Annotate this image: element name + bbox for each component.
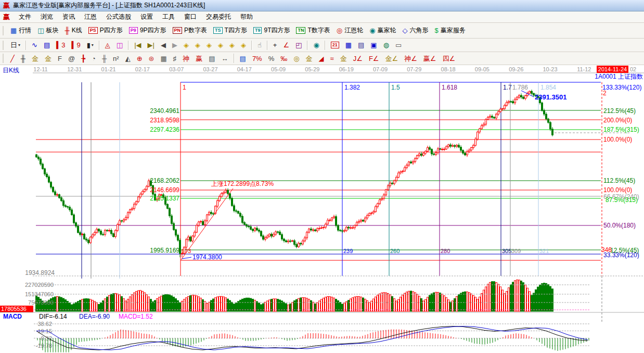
menu-gann[interactable]: 江恩 xyxy=(80,11,101,22)
f-angle-tool-icon: F∠ xyxy=(369,55,379,62)
svg-text:112.5%(45): 112.5%(45) xyxy=(603,177,635,184)
smart-analysis-tool[interactable]: ◉ xyxy=(310,39,322,52)
si-angle-tool[interactable]: 四∠ xyxy=(439,52,458,65)
gold-section-tool-icon: 金 xyxy=(32,55,38,62)
gold-box-tool[interactable]: 金 xyxy=(42,52,55,65)
menu-browse[interactable]: 浏览 xyxy=(36,11,58,22)
j-angle-tool[interactable]: J∠ xyxy=(350,52,366,65)
svg-text:100.0%(0): 100.0%(0) xyxy=(603,136,632,143)
gann-arrow-all[interactable]: ◈ xyxy=(238,39,249,52)
percent-strike-tool[interactable]: 7% xyxy=(249,52,265,65)
pattern-tool[interactable]: ◬ xyxy=(102,39,113,52)
menu-settings[interactable]: 设置 xyxy=(136,11,158,22)
network-tool[interactable]: ◍ xyxy=(380,39,392,52)
print-tool[interactable]: ▭ xyxy=(392,39,405,52)
toolbar-separator xyxy=(325,41,326,50)
gann-arrow-horizontal[interactable]: ◈ xyxy=(203,39,215,52)
shen-tool[interactable]: 神 xyxy=(179,52,192,65)
pen-tool[interactable]: ╱ xyxy=(7,52,18,65)
kline-period-dropdown[interactable]: 日▾ xyxy=(7,39,23,52)
calculator-tool[interactable]: ▦ xyxy=(342,39,355,52)
gold-section-tool[interactable]: 金 xyxy=(29,52,42,65)
gold2-angle-tool[interactable]: 金∠ xyxy=(382,52,401,65)
width-measure-tool[interactable]: ↔ xyxy=(218,52,231,65)
t-square-button[interactable]: TST四方形 xyxy=(210,24,250,37)
target-cross-tool[interactable]: ⊕ xyxy=(134,52,146,65)
ruler-pen-tool[interactable]: ╊ xyxy=(78,52,88,65)
kline-button[interactable]: ╫K线 xyxy=(62,24,85,37)
save-tool[interactable]: ▣ xyxy=(367,39,380,52)
diary-tool[interactable]: ▤ xyxy=(355,39,367,52)
calendar-tool[interactable]: 21 xyxy=(328,39,342,52)
f-angle-tool[interactable]: F∠ xyxy=(366,52,382,65)
zigzag-tool[interactable]: ∿ xyxy=(29,39,41,52)
chart-panel[interactable]: 12-1112-3101-2102-1703-0703-2704-1705-09… xyxy=(0,65,644,353)
p-number-table-button[interactable]: PNP数字表 xyxy=(170,24,211,37)
gold-angle-tool[interactable]: 金 xyxy=(337,52,350,65)
mirror-angle-tool[interactable]: ◭ xyxy=(122,52,134,65)
percent-line-tool[interactable]: ‰ xyxy=(277,52,290,65)
tick-lines-tool[interactable]: ╫ xyxy=(18,52,29,65)
bars3-tool[interactable]: ▍3 xyxy=(53,39,68,52)
menu-help[interactable]: 帮助 xyxy=(236,11,257,22)
gann-arrow-right[interactable]: ◈ xyxy=(192,39,203,52)
drawing-toolbar: ╱╫金金F@╊◔╫n²◭⊕⊛▦♯神赢▤↔▤7%%‰◎金◢≈金J∠F∠金∠神∠赢∠… xyxy=(0,52,644,65)
first-bar-button[interactable]: |◀ xyxy=(131,39,144,52)
grid-tool[interactable]: ▦ xyxy=(157,52,170,65)
menu-formula-stock-pick[interactable]: 公式选股 xyxy=(101,11,136,22)
hand-tool[interactable]: ☝ xyxy=(254,39,265,52)
quotes-button[interactable]: ▦行情 xyxy=(7,24,34,37)
candle-type-dropdown[interactable]: ▮▾ xyxy=(84,39,97,52)
gann-arrow-vertical[interactable]: ◈ xyxy=(215,39,226,52)
shen-angle-tool[interactable]: 神∠ xyxy=(401,52,420,65)
next-bar-button[interactable]: ▶ xyxy=(169,39,181,52)
angle-tool[interactable]: ∠ xyxy=(280,39,292,52)
quote-marks-tool[interactable]: ♯ xyxy=(170,52,180,65)
ruler-tool[interactable]: ╫ xyxy=(99,52,110,65)
stats-list-tool[interactable]: ▤ xyxy=(237,52,249,65)
note-tool[interactable]: ▤ xyxy=(41,39,53,52)
svg-text:1974.3800: 1974.3800 xyxy=(192,254,222,261)
menu-window[interactable]: 窗口 xyxy=(179,11,201,22)
winner-service-button[interactable]: $赢家服务 xyxy=(432,24,469,37)
menu-news[interactable]: 资讯 xyxy=(58,11,80,22)
time-cycle-tool[interactable]: ◔ xyxy=(88,52,99,65)
crosshair-tool[interactable]: + xyxy=(270,39,280,52)
ying-tool[interactable]: 赢 xyxy=(192,52,205,65)
gann-wheel-button[interactable]: ◎江恩轮 xyxy=(333,24,366,37)
print-tool-icon: ▭ xyxy=(395,42,402,48)
menu-tools[interactable]: 工具 xyxy=(158,11,179,22)
radial-web-tool[interactable]: ⊛ xyxy=(146,52,158,65)
gann-arrow-cross[interactable]: ◈ xyxy=(226,39,238,52)
t-number-table-button[interactable]: TNT数字表 xyxy=(293,24,333,37)
volume-profile-tool[interactable]: ◫ xyxy=(113,39,126,52)
spiral-tool[interactable]: @ xyxy=(65,52,78,65)
quotes-button-icon: ▦ xyxy=(10,27,17,34)
wave-tool[interactable]: ≈ xyxy=(327,52,337,65)
gold-circle-tool[interactable]: ◎ xyxy=(290,52,302,65)
marker-tool[interactable]: ◢ xyxy=(316,52,327,65)
bars9-tool[interactable]: ▍9 xyxy=(68,39,83,52)
last-bar-button[interactable]: ▶| xyxy=(145,39,158,52)
gold-line-tool[interactable]: 金 xyxy=(303,52,316,65)
prev-bar-button[interactable]: ◀ xyxy=(158,39,169,52)
grid-123-tool[interactable]: ▤ xyxy=(205,52,218,65)
n-square-tool[interactable]: n² xyxy=(110,52,122,65)
p9-square-button[interactable]: P99P四方形 xyxy=(126,24,170,37)
p-square-button[interactable]: PSP四方形 xyxy=(85,24,126,37)
gann-box-tool[interactable]: ◰ xyxy=(292,39,305,52)
toolbar-separator xyxy=(128,41,129,50)
ying-angle-tool[interactable]: 赢∠ xyxy=(420,52,440,65)
sectors-button[interactable]: ◫板块 xyxy=(34,24,61,37)
percent-tool[interactable]: % xyxy=(265,52,278,65)
t9-square-button[interactable]: T99T四方形 xyxy=(250,24,293,37)
winner-wheel-button[interactable]: ◉赢家轮 xyxy=(366,24,399,37)
menu-file[interactable]: 文件 xyxy=(14,11,36,22)
f-square-tool[interactable]: F xyxy=(55,52,65,65)
menu-trade[interactable]: 交易委托 xyxy=(201,11,236,22)
kline-button-icon: ╫ xyxy=(65,27,70,34)
svg-text:03-27: 03-27 xyxy=(203,66,217,72)
hexagon-button[interactable]: ◇六角形 xyxy=(400,24,432,37)
ying-tool-icon: 赢 xyxy=(196,55,202,62)
gann-arrow-left[interactable]: ◈ xyxy=(181,39,192,52)
